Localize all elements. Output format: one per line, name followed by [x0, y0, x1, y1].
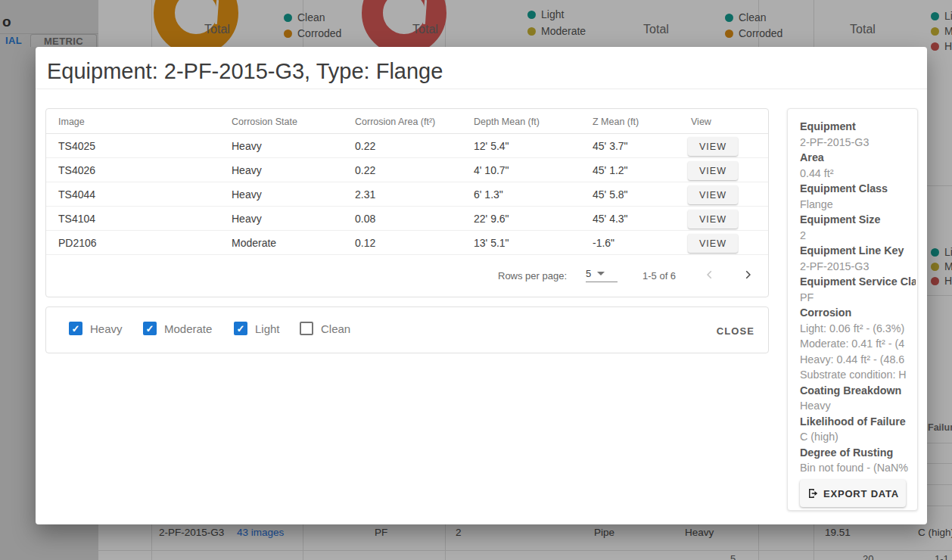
chevron-left-icon — [705, 269, 715, 280]
info-value: Substrate condition: H — [800, 367, 916, 383]
cell-depth-mean: 6' 1.3" — [474, 182, 503, 207]
column-header-corrosion-area: Corrosion Area (ft²) — [355, 109, 435, 134]
column-header-view: View — [691, 109, 711, 134]
filter-clean: Clean — [300, 322, 350, 335]
chevron-right-icon — [742, 269, 753, 280]
cell-corrosion-state: Heavy — [232, 134, 262, 158]
image-table-card: Image Corrosion State Corrosion Area (ft… — [45, 108, 769, 297]
filter-light: Light — [234, 322, 280, 335]
cell-depth-mean: 13' 5.1" — [474, 231, 509, 255]
cell-z-mean: 45' 4.3" — [593, 207, 628, 231]
cell-image: TS4026 — [58, 158, 95, 182]
info-value: Moderate: 0.41 ft² - (4 — [800, 336, 916, 352]
cell-image: PD2106 — [58, 231, 97, 255]
view-button[interactable]: VIEW — [688, 137, 738, 156]
rows-per-page-value: 5 — [586, 268, 591, 279]
filter-label: Light — [255, 322, 280, 335]
info-value: Light: 0.06 ft² - (6.3%) — [800, 321, 916, 337]
next-page-button[interactable] — [737, 264, 758, 285]
cell-z-mean: 45' 5.8" — [593, 182, 628, 207]
cell-corrosion-state: Heavy — [232, 207, 262, 231]
cell-z-mean: -1.6" — [593, 231, 614, 255]
cell-corrosion-area: 2.31 — [355, 182, 375, 207]
clean-checkbox[interactable] — [300, 322, 313, 335]
pagination-range: 1-5 of 6 — [642, 270, 676, 282]
equipment-info-lines: Equipment 2-PF-2015-G3 Area 0.44 ft² Equ… — [800, 119, 916, 476]
cell-depth-mean: 12' 5.4" — [474, 134, 509, 158]
info-label: Equipment Line Key — [800, 243, 916, 259]
severity-filter-card: Heavy Moderate Light Clean CLOSE — [45, 306, 769, 353]
view-button[interactable]: VIEW — [688, 234, 738, 253]
column-header-z-mean: Z Mean (ft) — [593, 109, 639, 134]
info-value: Heavy — [800, 398, 916, 414]
table-header-row: Image Corrosion State Corrosion Area (ft… — [46, 109, 768, 134]
filter-label: Heavy — [90, 322, 123, 335]
filter-label: Clean — [321, 322, 350, 335]
info-label: Equipment — [800, 119, 916, 135]
info-value: 2-PF-2015-G3 — [800, 259, 916, 275]
table-row: TS4026 Heavy 0.22 4' 10.7" 45' 1.2" VIEW — [46, 158, 768, 182]
info-value: Bin not found - (NaN% — [800, 460, 916, 476]
info-value: 0.44 ft² — [800, 166, 916, 182]
filter-label: Moderate — [164, 322, 212, 335]
info-value: C (high) — [800, 429, 916, 445]
info-label: Equipment Service Cla — [800, 274, 916, 290]
column-header-corrosion-state: Corrosion State — [232, 109, 297, 134]
cell-image: TS4044 — [58, 182, 95, 207]
info-value: 2 — [800, 228, 916, 244]
table-row: TS4025 Heavy 0.22 12' 5.4" 45' 3.7" VIEW — [46, 134, 768, 158]
equipment-info-panel: Equipment 2-PF-2015-G3 Area 0.44 ft² Equ… — [787, 108, 918, 511]
cell-corrosion-area: 0.22 — [355, 134, 375, 158]
cell-z-mean: 45' 1.2" — [593, 158, 628, 182]
cell-depth-mean: 4' 10.7" — [474, 158, 509, 182]
info-label: Equipment Class — [800, 181, 916, 197]
info-label: Likelihood of Failure — [800, 414, 916, 430]
export-data-label: EXPORT DATA — [823, 488, 899, 499]
filter-moderate: Moderate — [143, 322, 212, 335]
cell-corrosion-state: Moderate — [232, 231, 276, 255]
info-label: Coating Breakdown — [800, 383, 916, 399]
column-header-image: Image — [58, 109, 85, 134]
previous-page-button[interactable] — [699, 264, 720, 285]
view-button[interactable]: VIEW — [688, 161, 738, 180]
rows-per-page-label: Rows per page: — [498, 270, 567, 282]
info-value: PF — [800, 290, 916, 306]
info-label: Area — [800, 150, 916, 166]
equipment-detail-dialog: Equipment: 2-PF-2015-G3, Type: Flange Im… — [36, 47, 927, 524]
cell-depth-mean: 22' 9.6" — [474, 207, 509, 231]
info-label: Equipment Size — [800, 212, 916, 228]
cell-corrosion-area: 0.08 — [355, 207, 375, 231]
column-header-depth-mean: Depth Mean (ft) — [474, 109, 540, 134]
export-icon — [807, 487, 820, 500]
light-checkbox[interactable] — [234, 322, 247, 335]
view-button[interactable]: VIEW — [688, 185, 738, 204]
close-button[interactable]: CLOSE — [717, 320, 754, 341]
info-value: 2-PF-2015-G3 — [800, 135, 916, 151]
cell-corrosion-area: 0.22 — [355, 158, 375, 182]
cell-corrosion-area: 0.12 — [355, 231, 375, 255]
moderate-checkbox[interactable] — [143, 322, 157, 335]
view-button[interactable]: VIEW — [688, 210, 738, 229]
table-row: TS4104 Heavy 0.08 22' 9.6" 45' 4.3" VIEW — [46, 207, 768, 231]
info-label: Corrosion — [800, 305, 916, 321]
cell-image: TS4025 — [58, 134, 95, 158]
title-divider — [36, 89, 927, 89]
cell-z-mean: 45' 3.7" — [593, 134, 628, 158]
info-label: Degree of Rusting — [800, 445, 916, 461]
table-row: PD2106 Moderate 0.12 13' 5.1" -1.6" VIEW — [46, 231, 768, 255]
cell-image: TS4104 — [58, 207, 95, 231]
cell-corrosion-state: Heavy — [232, 182, 262, 207]
info-value: Heavy: 0.44 ft² - (48.6 — [800, 352, 916, 368]
table-pagination: Rows per page: 5 1-5 of 6 — [46, 254, 768, 297]
table-row: TS4044 Heavy 2.31 6' 1.3" 45' 5.8" VIEW — [46, 182, 768, 207]
cell-corrosion-state: Heavy — [232, 158, 262, 182]
dialog-title: Equipment: 2-PF-2015-G3, Type: Flange — [47, 51, 443, 91]
heavy-checkbox[interactable] — [69, 322, 82, 335]
info-value: Flange — [800, 197, 916, 213]
chevron-down-icon — [597, 272, 605, 275]
filter-heavy: Heavy — [69, 322, 123, 335]
rows-per-page-select[interactable]: 5 — [586, 266, 618, 282]
export-data-button[interactable]: EXPORT DATA — [800, 480, 906, 507]
